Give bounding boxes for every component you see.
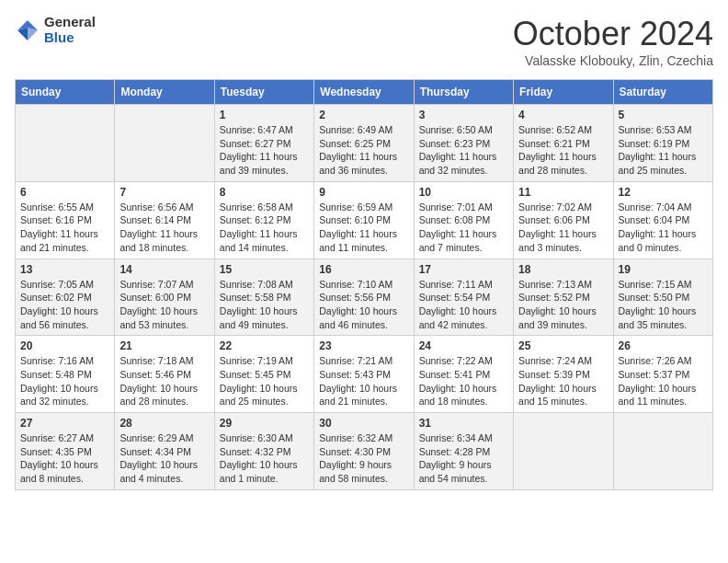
logo: General Blue — [15, 15, 96, 45]
day-number: 16 — [319, 263, 408, 276]
calendar-cell: 17Sunrise: 7:11 AM Sunset: 5:54 PM Dayli… — [414, 259, 513, 336]
calendar-cell: 9Sunrise: 6:59 AM Sunset: 6:10 PM Daylig… — [314, 181, 414, 259]
day-info: Sunrise: 6:53 AM Sunset: 6:19 PM Dayligh… — [619, 123, 708, 178]
calendar-cell: 4Sunrise: 6:52 AM Sunset: 6:21 PM Daylig… — [514, 105, 613, 182]
day-number: 19 — [619, 263, 708, 276]
calendar-cell — [514, 413, 613, 490]
calendar-cell: 30Sunrise: 6:32 AM Sunset: 4:30 PM Dayli… — [314, 413, 414, 490]
calendar-cell: 28Sunrise: 6:29 AM Sunset: 4:34 PM Dayli… — [115, 413, 214, 490]
day-info: Sunrise: 7:02 AM Sunset: 6:06 PM Dayligh… — [518, 201, 608, 255]
month-title: October 2024 — [513, 15, 713, 53]
day-info: Sunrise: 7:21 AM Sunset: 5:43 PM Dayligh… — [319, 354, 408, 408]
calendar-body: 1Sunrise: 6:47 AM Sunset: 6:27 PM Daylig… — [16, 105, 713, 490]
day-info: Sunrise: 6:59 AM Sunset: 6:10 PM Dayligh… — [319, 201, 408, 255]
day-info: Sunrise: 7:24 AM Sunset: 5:39 PM Dayligh… — [518, 354, 608, 408]
day-number: 30 — [319, 417, 408, 430]
calendar-cell: 29Sunrise: 6:30 AM Sunset: 4:32 PM Dayli… — [214, 413, 313, 490]
day-info: Sunrise: 7:19 AM Sunset: 5:45 PM Dayligh… — [220, 354, 309, 408]
day-number: 25 — [518, 339, 608, 352]
day-info: Sunrise: 7:01 AM Sunset: 6:08 PM Dayligh… — [419, 201, 508, 255]
day-number: 10 — [419, 186, 508, 199]
day-info: Sunrise: 7:07 AM Sunset: 6:00 PM Dayligh… — [119, 278, 209, 332]
day-number: 4 — [518, 109, 608, 121]
page-header: General Blue October 2024 Valasske Klobo… — [15, 15, 713, 68]
calendar-cell: 5Sunrise: 6:53 AM Sunset: 6:19 PM Daylig… — [613, 105, 712, 182]
day-header-wednesday: Wednesday — [314, 80, 414, 105]
calendar-week-5: 27Sunrise: 6:27 AM Sunset: 4:35 PM Dayli… — [16, 413, 713, 490]
day-info: Sunrise: 6:34 AM Sunset: 4:28 PM Dayligh… — [419, 431, 508, 486]
title-block: October 2024 Valasske Klobouky, Zlin, Cz… — [513, 15, 713, 68]
day-info: Sunrise: 7:04 AM Sunset: 6:04 PM Dayligh… — [619, 201, 708, 255]
calendar-cell: 16Sunrise: 7:10 AM Sunset: 5:56 PM Dayli… — [314, 259, 414, 336]
day-number: 9 — [319, 186, 408, 199]
calendar-cell: 23Sunrise: 7:21 AM Sunset: 5:43 PM Dayli… — [314, 336, 414, 413]
calendar-cell: 3Sunrise: 6:50 AM Sunset: 6:23 PM Daylig… — [414, 105, 513, 182]
calendar-cell: 15Sunrise: 7:08 AM Sunset: 5:58 PM Dayli… — [214, 259, 313, 336]
day-header-thursday: Thursday — [414, 80, 513, 105]
day-info: Sunrise: 6:55 AM Sunset: 6:16 PM Dayligh… — [20, 201, 109, 255]
day-header-monday: Monday — [115, 80, 214, 105]
calendar-cell: 7Sunrise: 6:56 AM Sunset: 6:14 PM Daylig… — [115, 181, 214, 259]
calendar-cell: 26Sunrise: 7:26 AM Sunset: 5:37 PM Dayli… — [613, 336, 712, 413]
day-number: 31 — [419, 417, 508, 430]
day-number: 14 — [119, 263, 209, 276]
calendar-cell: 27Sunrise: 6:27 AM Sunset: 4:35 PM Dayli… — [16, 413, 115, 490]
day-number: 3 — [419, 109, 508, 121]
day-info: Sunrise: 7:16 AM Sunset: 5:48 PM Dayligh… — [20, 354, 109, 408]
day-number: 12 — [619, 186, 708, 199]
calendar-cell: 6Sunrise: 6:55 AM Sunset: 6:16 PM Daylig… — [16, 181, 115, 259]
calendar-cell: 8Sunrise: 6:58 AM Sunset: 6:12 PM Daylig… — [214, 181, 313, 259]
day-info: Sunrise: 6:29 AM Sunset: 4:34 PM Dayligh… — [119, 431, 209, 486]
day-info: Sunrise: 6:49 AM Sunset: 6:25 PM Dayligh… — [319, 123, 408, 178]
day-number: 18 — [518, 263, 608, 276]
calendar-cell: 10Sunrise: 7:01 AM Sunset: 6:08 PM Dayli… — [414, 181, 513, 259]
day-info: Sunrise: 7:10 AM Sunset: 5:56 PM Dayligh… — [319, 278, 408, 332]
day-number: 15 — [220, 263, 309, 276]
day-number: 24 — [419, 339, 508, 352]
day-info: Sunrise: 7:05 AM Sunset: 6:02 PM Dayligh… — [20, 278, 109, 332]
day-info: Sunrise: 7:26 AM Sunset: 5:37 PM Dayligh… — [619, 354, 708, 408]
logo-icon — [15, 17, 40, 43]
calendar-cell: 2Sunrise: 6:49 AM Sunset: 6:25 PM Daylig… — [314, 105, 414, 182]
day-number: 7 — [119, 186, 209, 199]
logo-general-text: General — [44, 15, 96, 30]
day-number: 1 — [220, 109, 309, 121]
day-number: 13 — [20, 263, 109, 276]
day-number: 11 — [518, 186, 608, 199]
day-info: Sunrise: 6:56 AM Sunset: 6:14 PM Dayligh… — [119, 201, 209, 255]
calendar-week-3: 13Sunrise: 7:05 AM Sunset: 6:02 PM Dayli… — [16, 259, 713, 336]
day-number: 2 — [319, 109, 408, 121]
calendar-cell: 13Sunrise: 7:05 AM Sunset: 6:02 PM Dayli… — [16, 259, 115, 336]
day-info: Sunrise: 6:58 AM Sunset: 6:12 PM Dayligh… — [220, 201, 309, 255]
calendar-cell: 22Sunrise: 7:19 AM Sunset: 5:45 PM Dayli… — [214, 336, 313, 413]
logo-blue-text: Blue — [44, 30, 96, 46]
calendar-week-2: 6Sunrise: 6:55 AM Sunset: 6:16 PM Daylig… — [16, 181, 713, 259]
calendar-cell: 25Sunrise: 7:24 AM Sunset: 5:39 PM Dayli… — [514, 336, 613, 413]
day-info: Sunrise: 6:50 AM Sunset: 6:23 PM Dayligh… — [419, 123, 508, 178]
day-header-tuesday: Tuesday — [214, 80, 313, 105]
day-info: Sunrise: 6:47 AM Sunset: 6:27 PM Dayligh… — [220, 123, 309, 178]
calendar-cell: 1Sunrise: 6:47 AM Sunset: 6:27 PM Daylig… — [214, 105, 313, 182]
day-info: Sunrise: 7:08 AM Sunset: 5:58 PM Dayligh… — [220, 278, 309, 332]
calendar-week-4: 20Sunrise: 7:16 AM Sunset: 5:48 PM Dayli… — [16, 336, 713, 413]
day-number: 28 — [119, 417, 209, 430]
calendar-cell: 31Sunrise: 6:34 AM Sunset: 4:28 PM Dayli… — [414, 413, 513, 490]
day-number: 8 — [220, 186, 309, 199]
calendar-cell: 21Sunrise: 7:18 AM Sunset: 5:46 PM Dayli… — [115, 336, 214, 413]
calendar-cell — [16, 105, 115, 182]
day-number: 23 — [319, 339, 408, 352]
calendar-cell: 24Sunrise: 7:22 AM Sunset: 5:41 PM Dayli… — [414, 336, 513, 413]
day-number: 29 — [220, 417, 309, 430]
calendar-cell: 12Sunrise: 7:04 AM Sunset: 6:04 PM Dayli… — [613, 181, 712, 259]
day-number: 20 — [20, 339, 109, 352]
calendar-cell — [115, 105, 214, 182]
day-info: Sunrise: 6:30 AM Sunset: 4:32 PM Dayligh… — [220, 431, 309, 486]
day-number: 22 — [220, 339, 309, 352]
calendar-cell: 14Sunrise: 7:07 AM Sunset: 6:00 PM Dayli… — [115, 259, 214, 336]
calendar-table: SundayMondayTuesdayWednesdayThursdayFrid… — [15, 79, 713, 490]
day-number: 6 — [20, 186, 109, 199]
day-info: Sunrise: 6:27 AM Sunset: 4:35 PM Dayligh… — [20, 431, 109, 486]
day-info: Sunrise: 6:52 AM Sunset: 6:21 PM Dayligh… — [518, 123, 608, 178]
logo-text: General Blue — [44, 15, 96, 45]
calendar-header: SundayMondayTuesdayWednesdayThursdayFrid… — [16, 80, 713, 105]
